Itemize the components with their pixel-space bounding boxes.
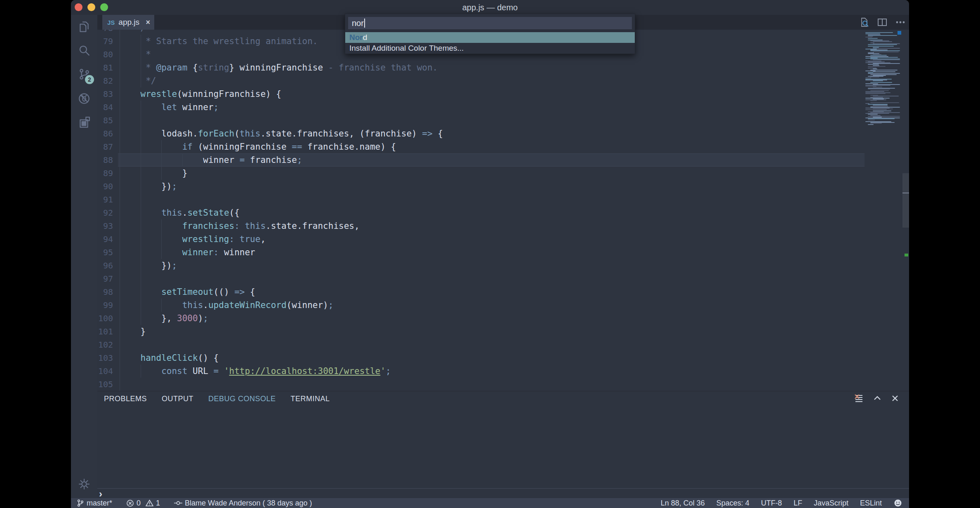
code-token: == bbox=[292, 142, 302, 152]
open-changes-button[interactable] bbox=[859, 17, 869, 28]
status-bar-right: Ln 88, Col 36Spaces: 4UTF-8LFJavaScriptE… bbox=[661, 498, 902, 508]
indent-guide bbox=[141, 101, 141, 114]
code-line-91[interactable]: 91 bbox=[97, 193, 865, 206]
code-token: ' bbox=[224, 366, 229, 376]
code-token: ; bbox=[297, 155, 302, 165]
gitlens-blame-status[interactable]: Blame Wade Anderson ( 38 days ago ) bbox=[174, 499, 312, 508]
code-line-88[interactable]: 88 winner = franchise; bbox=[97, 153, 865, 167]
code-line-97[interactable]: 97 bbox=[97, 272, 865, 285]
code-line-85[interactable]: 85 bbox=[97, 114, 865, 127]
line-content: * @param {string} winningFranchise - fra… bbox=[118, 61, 865, 74]
status-item-javascript[interactable]: JavaScript bbox=[814, 499, 848, 508]
code-line-84[interactable]: 84 let winner; bbox=[97, 101, 865, 114]
indent-guide bbox=[120, 365, 120, 378]
sidebar-item-explorer[interactable] bbox=[71, 15, 97, 39]
code-line-92[interactable]: 92 this.setState({ bbox=[97, 206, 865, 219]
clear-console-button[interactable] bbox=[854, 393, 864, 405]
quick-pick: nor NordInstall Additional Color Themes.… bbox=[345, 14, 635, 54]
code-line-87[interactable]: 87 if (winningFranchise == franchise.nam… bbox=[97, 140, 865, 153]
line-content: lodash.forEach(this.state.franchises, (f… bbox=[118, 127, 865, 140]
status-item-utf-8[interactable]: UTF-8 bbox=[761, 499, 782, 508]
code-line-82[interactable]: 82 */ bbox=[97, 74, 865, 87]
status-item-eslint[interactable]: ESLint bbox=[860, 499, 882, 508]
split-editor-button[interactable] bbox=[877, 17, 888, 28]
code-line-86[interactable]: 86 lodash.forEach(this.state.franchises,… bbox=[97, 127, 865, 140]
settings-gear[interactable] bbox=[71, 476, 97, 492]
code-line-100[interactable]: 100 }, 3000); bbox=[97, 312, 865, 325]
code-token: (winner) bbox=[287, 300, 328, 310]
panel-tab-problems[interactable]: PROBLEMS bbox=[104, 395, 147, 403]
status-item-ln-88-col-36[interactable]: Ln 88, Col 36 bbox=[661, 499, 705, 508]
line-content: }); bbox=[118, 259, 865, 272]
status-item-lf[interactable]: LF bbox=[794, 499, 802, 508]
tab-app-js[interactable]: JS app.js × bbox=[102, 15, 154, 30]
code-line-102[interactable]: 102 bbox=[97, 338, 865, 351]
tab-close-icon[interactable]: × bbox=[146, 18, 150, 27]
code-token: (winningFranchise) { bbox=[177, 89, 281, 99]
sidebar-item-debug[interactable] bbox=[71, 87, 97, 111]
code-line-101[interactable]: 101 } bbox=[97, 325, 865, 338]
code-line-83[interactable]: 83 wrestle(winningFranchise) { bbox=[97, 87, 865, 101]
scm-badge: 2 bbox=[85, 75, 94, 84]
code-token: let bbox=[161, 102, 177, 112]
code-line-89[interactable]: 89 } bbox=[97, 167, 865, 180]
git-branch-status[interactable]: master* bbox=[77, 499, 112, 508]
text-cursor bbox=[364, 19, 365, 28]
code-line-105[interactable]: 105 bbox=[97, 378, 865, 391]
sidebar-item-search[interactable] bbox=[71, 39, 97, 63]
editor-scrollbar[interactable] bbox=[902, 30, 909, 391]
minimap-line bbox=[868, 120, 875, 120]
quick-pick-item-install-additional-color-themes-[interactable]: Install Additional Color Themes... bbox=[345, 43, 635, 54]
panel-tab-debug-console[interactable]: DEBUG CONSOLE bbox=[208, 395, 276, 403]
panel-tab-output[interactable]: OUTPUT bbox=[162, 395, 193, 403]
minimap-marker bbox=[898, 31, 901, 35]
panel-tab-terminal[interactable]: TERMINAL bbox=[291, 395, 330, 403]
panel-tabs: PROBLEMSOUTPUTDEBUG CONSOLETERMINAL bbox=[104, 391, 330, 406]
scrollbar-thumb[interactable] bbox=[902, 173, 909, 228]
more-actions-button[interactable] bbox=[895, 17, 906, 28]
code-token: : bbox=[214, 247, 219, 257]
code-token: URL bbox=[187, 366, 213, 376]
indent-guide bbox=[141, 48, 141, 61]
code-token: ; bbox=[214, 102, 219, 112]
code-editor[interactable]: 78 /**79 * Starts the wrestling animatio… bbox=[97, 30, 909, 391]
code-token: } bbox=[120, 327, 146, 336]
indent-guide bbox=[141, 114, 141, 127]
code-token: lodash. bbox=[120, 129, 198, 139]
code-line-98[interactable]: 98 setTimeout(() => { bbox=[97, 285, 865, 299]
git-branch-icon bbox=[77, 499, 84, 507]
maximize-panel-button[interactable] bbox=[873, 394, 882, 405]
code-line-104[interactable]: 104 const URL = 'http://localhost:3001/w… bbox=[97, 365, 865, 378]
code-line-81[interactable]: 81 * @param {string} winningFranchise - … bbox=[97, 61, 865, 74]
indent-guide bbox=[161, 140, 162, 153]
line-content: } bbox=[118, 325, 865, 338]
feedback-smiley-icon[interactable] bbox=[893, 499, 902, 508]
code-line-93[interactable]: 93 franchises: this.state.franchises, bbox=[97, 219, 865, 233]
line-content: winner: winner bbox=[118, 246, 865, 259]
code-token: ' bbox=[380, 366, 386, 376]
indent-guide bbox=[182, 153, 183, 167]
code-token: { bbox=[433, 129, 443, 139]
indent-guide bbox=[120, 351, 120, 365]
close-panel-button[interactable] bbox=[891, 394, 899, 404]
status-item-spaces-4[interactable]: Spaces: 4 bbox=[716, 499, 749, 508]
problems-status[interactable]: 0 1 bbox=[126, 499, 160, 508]
sidebar-item-source-control[interactable]: 2 bbox=[71, 63, 97, 87]
quick-pick-input[interactable]: nor bbox=[348, 16, 632, 30]
code-line-99[interactable]: 99 this.updateWinRecord(winner); bbox=[97, 299, 865, 312]
sidebar-item-extensions[interactable] bbox=[71, 111, 97, 134]
debug-icon bbox=[78, 92, 91, 105]
minimap[interactable] bbox=[865, 30, 902, 391]
code-line-90[interactable]: 90 }); bbox=[97, 180, 865, 193]
code-token: if bbox=[182, 142, 193, 152]
line-number: 100 bbox=[97, 312, 118, 325]
code-line-103[interactable]: 103 handleClick() { bbox=[97, 351, 865, 365]
minimap-line bbox=[873, 41, 892, 42]
code-line-94[interactable]: 94 wrestling: true, bbox=[97, 233, 865, 246]
debug-console-prompt[interactable]: › bbox=[99, 489, 102, 499]
code-line-96[interactable]: 96 }); bbox=[97, 259, 865, 272]
quick-pick-item-nord[interactable]: Nord bbox=[345, 32, 635, 43]
indent-guide bbox=[120, 206, 120, 219]
code-token: setState bbox=[187, 208, 229, 218]
code-line-95[interactable]: 95 winner: winner bbox=[97, 246, 865, 259]
